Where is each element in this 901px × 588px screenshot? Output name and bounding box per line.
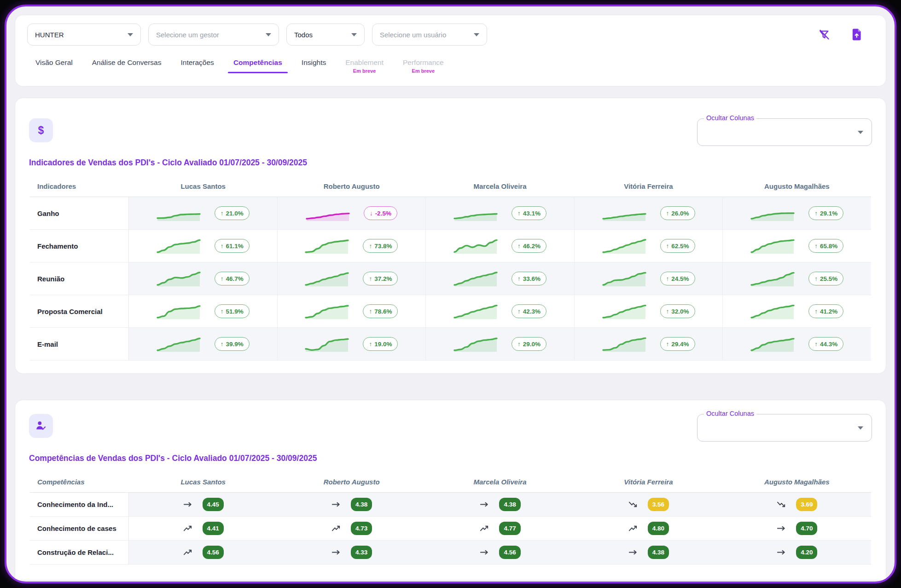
trend-up-icon	[479, 523, 490, 534]
trend-badge: ↑ 24.5%	[660, 272, 695, 285]
row-label: Fechamento	[30, 230, 129, 262]
trend-badge: ↑ 42.3%	[512, 304, 546, 318]
trend-up-arrow-icon: ↑	[221, 243, 224, 250]
score-badge: 4.73	[351, 522, 372, 535]
user-select[interactable]: Selecione um usuário	[372, 23, 487, 46]
trend-badge: ↑ 78.6%	[363, 304, 398, 318]
sparkline-chart	[305, 303, 351, 320]
indicator-cell: ↓ -2.5%	[278, 197, 426, 229]
competencies-title: Competências de Vendas dos PDI's - Ciclo…	[29, 454, 872, 463]
team-select[interactable]: HUNTER	[27, 23, 141, 46]
tab-análise-de-conversas[interactable]: Análise de Conversas	[86, 56, 168, 72]
sparkline-chart	[602, 335, 648, 353]
tab-performance: PerformanceEm breve	[396, 56, 450, 79]
row-label: Reunião	[30, 262, 129, 295]
sparkline-chart	[157, 270, 203, 287]
row-label: Conhecimento da Ind...	[30, 493, 129, 516]
indicator-cell: ↑ 21.0%	[129, 197, 278, 229]
trend-flat-icon	[479, 547, 490, 558]
trend-badge: ↑ 43.1%	[512, 206, 546, 220]
table-row: Fechamento ↑ 61.1% ↑ 73.8% ↑ 46.	[30, 230, 871, 262]
em-breve-badge: Em breve	[345, 68, 384, 74]
indicator-cell: ↑ 78.6%	[278, 295, 426, 327]
trend-flat-icon	[628, 547, 639, 558]
tab-competências[interactable]: Competências	[227, 56, 289, 72]
row-label: E-mail	[30, 328, 129, 360]
score-badge: 4.20	[796, 546, 817, 559]
first-column-header: Indicadores	[30, 178, 129, 197]
sparkline-chart	[750, 335, 796, 353]
trend-up-arrow-icon: ↑	[814, 275, 818, 282]
dollar-icon: $	[29, 118, 53, 142]
file-export-icon	[851, 28, 863, 41]
table-row: Proposta Comercial ↑ 51.9% ↑ 78.6% ↑	[30, 295, 871, 328]
indicator-cell: ↑ 19.0%	[278, 328, 426, 360]
trend-badge: ↑ 73.8%	[363, 239, 398, 253]
trend-badge: ↑ 62.5%	[660, 239, 695, 253]
tab-visão-geral[interactable]: Visão Geral	[29, 56, 79, 72]
score-cell: 4.70	[723, 517, 871, 540]
filters-row: HUNTER Selecione um gestor Todos Selecio…	[27, 23, 874, 46]
sparkline-chart	[750, 303, 796, 320]
sparkline-chart	[750, 270, 796, 287]
score-badge: 4.70	[796, 522, 817, 535]
trend-up-arrow-icon: ↑	[517, 341, 521, 348]
trend-badge: ↑ 44.3%	[808, 337, 843, 351]
trend-flat-icon	[776, 547, 787, 558]
hide-columns-select-2[interactable]: Ocultar Colunas	[697, 414, 872, 442]
trend-badge: ↑ 26.0%	[660, 206, 695, 220]
scope-select[interactable]: Todos	[286, 23, 365, 46]
app-window: HUNTER Selecione um gestor Todos Selecio…	[5, 5, 896, 583]
manager-select[interactable]: Selecione um gestor	[148, 23, 279, 46]
sparkline-chart	[453, 303, 500, 320]
trend-up-arrow-icon: ↑	[517, 308, 521, 315]
clear-filters-button[interactable]	[818, 29, 831, 41]
score-badge: 3.69	[796, 498, 817, 511]
trend-up-arrow-icon: ↑	[814, 341, 818, 348]
sparkline-chart	[602, 270, 648, 287]
sparkline-chart	[453, 204, 500, 222]
column-header: Roberto Augusto	[277, 178, 425, 197]
trend-up-icon	[628, 523, 639, 534]
trend-up-arrow-icon: ↑	[666, 275, 669, 282]
indicator-cell: ↑ 62.5%	[575, 230, 723, 262]
sparkline-chart	[750, 204, 796, 222]
trend-up-arrow-icon: ↑	[517, 243, 521, 250]
trend-up-arrow-icon: ↑	[369, 275, 372, 282]
sparkline-chart	[157, 204, 203, 222]
score-cell: 3.56	[574, 493, 722, 516]
trend-up-arrow-icon: ↑	[814, 243, 818, 250]
trend-up-arrow-icon: ↑	[517, 275, 521, 282]
trend-up-arrow-icon: ↑	[369, 308, 372, 315]
export-button[interactable]	[851, 28, 863, 41]
indicator-cell: ↑ 73.8%	[278, 230, 426, 262]
sparkline-chart	[157, 335, 203, 353]
indicators-title: Indicadores de Vendas dos PDI's - Ciclo …	[29, 158, 872, 168]
competencies-table: CompetênciasLucas SantosRoberto AugustoM…	[30, 473, 871, 565]
trend-up-arrow-icon: ↑	[369, 243, 372, 250]
row-label: Construção de Relaci...	[30, 541, 129, 564]
chevron-down-icon	[128, 33, 133, 36]
trend-badge: ↑ 41.2%	[808, 304, 843, 318]
trend-badge: ↓ -2.5%	[364, 206, 397, 220]
trend-badge: ↑ 33.6%	[512, 272, 546, 285]
trend-badge: ↑ 39.9%	[215, 337, 250, 351]
indicators-table: IndicadoresLucas SantosRoberto AugustoMa…	[30, 178, 871, 361]
trend-badge: ↑ 29.4%	[660, 337, 695, 351]
trend-up-arrow-icon: ↑	[666, 341, 669, 348]
indicator-cell: ↑ 39.9%	[129, 328, 278, 360]
trend-flat-icon	[331, 499, 342, 510]
score-cell: 4.73	[277, 517, 425, 540]
tab-interações[interactable]: Interações	[174, 56, 220, 72]
column-header: Roberto Augusto	[277, 473, 425, 492]
competencies-card: Ocultar Colunas Competências de Vendas d…	[15, 400, 886, 580]
hide-columns-label: Ocultar Colunas	[704, 114, 756, 122]
score-cell: 4.56	[426, 541, 574, 564]
hide-columns-select-1[interactable]: Ocultar Colunas	[697, 118, 872, 146]
score-badge: 4.33	[351, 546, 372, 559]
indicator-cell: ↑ 32.0%	[575, 295, 723, 327]
tab-insights[interactable]: Insights	[295, 56, 332, 72]
indicator-cell: ↑ 61.1%	[129, 230, 278, 262]
indicator-cell: ↑ 37.2%	[278, 262, 426, 295]
sparkline-chart	[305, 270, 351, 287]
